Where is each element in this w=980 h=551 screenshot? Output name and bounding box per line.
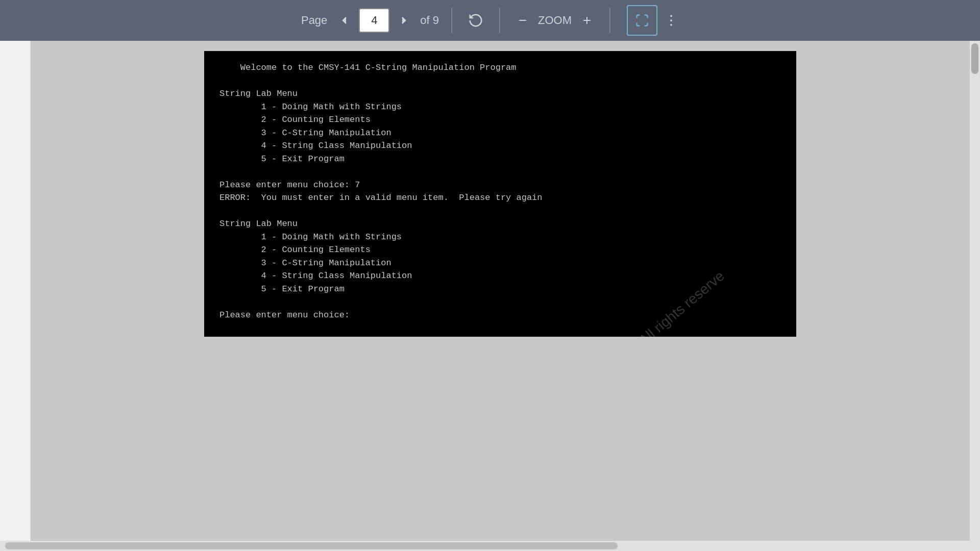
total-pages: of 9 — [420, 14, 439, 27]
scrollbar-thumb[interactable] — [971, 43, 978, 74]
page-label: Page — [301, 14, 327, 27]
terminal-content: Welcome to the CMSY-141 C-String Manipul… — [204, 51, 796, 337]
terminal-line-19 — [219, 295, 781, 309]
terminal-line-20: Please enter menu choice: — [219, 309, 781, 322]
terminal-line-5: 2 - Counting Elements — [219, 113, 781, 127]
toolbar-center: Page of 9 − ZOOM — [301, 5, 679, 36]
terminal-line-10: Please enter menu choice: 7 — [219, 179, 781, 192]
bottom-scrollbar[interactable] — [0, 541, 980, 551]
terminal-line-8: 5 - Exit Program — [219, 153, 781, 166]
terminal-line-11: ERROR: You must enter in a valid menu it… — [219, 191, 781, 205]
page-container: Welcome to the CMSY-141 C-String Manipul… — [204, 51, 796, 337]
terminal-line-7: 4 - String Class Manipulation — [219, 139, 781, 153]
terminal-line-2 — [219, 74, 781, 88]
zoom-in-button[interactable]: + — [577, 10, 597, 31]
more-options-button[interactable] — [664, 9, 679, 32]
divider-3 — [609, 8, 610, 33]
left-sidebar — [0, 41, 31, 541]
terminal-line-18: 5 - Exit Program — [219, 283, 781, 296]
terminal-line-4: 1 - Doing Math with Strings — [219, 101, 781, 114]
zoom-label: ZOOM — [538, 14, 572, 27]
zoom-controls: − ZOOM + — [512, 10, 597, 31]
divider-2 — [499, 8, 500, 33]
prev-page-button[interactable] — [334, 10, 355, 31]
next-page-button[interactable] — [394, 10, 414, 31]
more-vertical-icon — [666, 13, 676, 28]
terminal-line-15: 2 - Counting Elements — [219, 243, 781, 257]
terminal-line-17: 4 - String Class Manipulation — [219, 269, 781, 283]
main-content: Welcome to the CMSY-141 C-String Manipul… — [0, 41, 980, 541]
svg-point-2 — [670, 24, 672, 26]
right-scrollbar[interactable] — [970, 41, 980, 541]
terminal-line-1: Welcome to the CMSY-141 C-String Manipul… — [219, 61, 781, 74]
toolbar: Page of 9 − ZOOM — [0, 0, 980, 41]
terminal-line-3: String Lab Menu — [219, 87, 781, 101]
terminal-line-6: 3 - C-String Manipulation — [219, 127, 781, 140]
svg-point-0 — [670, 15, 672, 17]
zoom-minus-icon: − — [519, 12, 527, 29]
chevron-left-icon — [338, 14, 351, 27]
terminal-line-14: 1 - Doing Math with Strings — [219, 231, 781, 244]
zoom-out-button[interactable]: − — [512, 10, 533, 31]
divider-1 — [451, 8, 452, 33]
bottom-scroll-thumb[interactable] — [5, 542, 618, 549]
terminal-line-13: String Lab Menu — [219, 217, 781, 231]
fit-screen-button[interactable] — [627, 5, 657, 36]
terminal-line-16: 3 - C-String Manipulation — [219, 257, 781, 270]
reset-icon — [468, 13, 483, 28]
document-viewer[interactable]: Welcome to the CMSY-141 C-String Manipul… — [31, 41, 970, 541]
zoom-plus-icon: + — [583, 12, 591, 29]
page-number-input[interactable] — [359, 8, 389, 33]
chevron-right-icon — [398, 14, 410, 27]
svg-point-1 — [670, 19, 672, 21]
terminal-line-12 — [219, 205, 781, 218]
fit-screen-icon — [635, 13, 649, 28]
terminal-line-9 — [219, 165, 781, 179]
reset-button[interactable] — [464, 9, 487, 32]
